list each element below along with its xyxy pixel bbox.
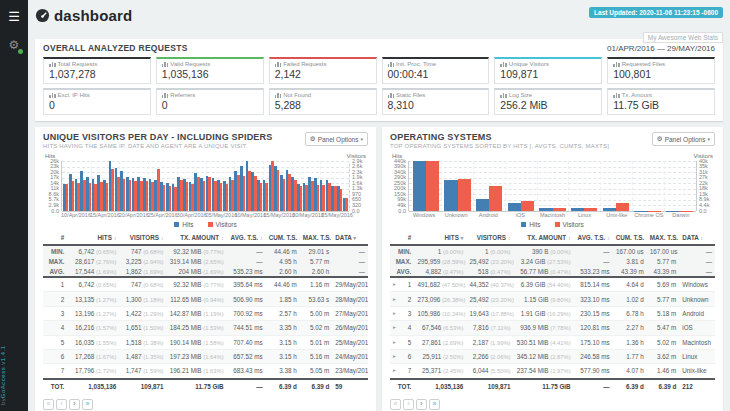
x-tick-label: 10/Apr/2016 (61, 212, 91, 218)
stat-card-value: 8,310 (388, 99, 484, 111)
column-header[interactable]: MAX. T.S. ↕ (300, 232, 333, 245)
panel-options-button[interactable]: ⚙ Panel Options ▾ (305, 132, 368, 146)
table-row[interactable]: ▸2273,096 (26.38%)25,492 (23.20%)1.15 Gi… (390, 292, 715, 306)
last-page-button[interactable]: » (429, 399, 440, 410)
prev-page-button[interactable]: ‹ (56, 399, 67, 410)
bar-group[interactable] (632, 161, 664, 211)
hits-bar (571, 208, 584, 211)
report-name-row: My Awesome Web Stats (35, 26, 723, 38)
legend-item-hits[interactable]: Hits (521, 221, 540, 228)
expand-caret-icon[interactable]: ▸ (393, 339, 396, 345)
column-header[interactable]: AVG. T.S. ↕ (574, 232, 613, 245)
first-page-button[interactable]: « (43, 399, 54, 410)
menu-toggle-button[interactable]: ☰ (0, 0, 28, 24)
bar-chart-icon (49, 62, 56, 67)
bar-group[interactable] (505, 161, 537, 211)
prev-page-button[interactable]: ‹ (403, 399, 414, 410)
legend-item-visitors[interactable]: Visitors (208, 221, 237, 228)
expand-caret-icon[interactable]: ▸ (393, 281, 396, 287)
bar-chart-icon (613, 93, 620, 98)
stat-card-label: Not Found (283, 92, 311, 98)
hits-bar (603, 208, 616, 211)
chart-legend: HitsVisitors (390, 221, 715, 228)
column-header[interactable]: # (43, 232, 67, 245)
panel-subtitle: TOP OPERATING SYSTEMS SORTED BY HITS [, … (390, 143, 645, 149)
stat-card-label: Excl. IP Hits (58, 92, 90, 98)
x-tick-label: Darwin (665, 212, 697, 219)
expand-caret-icon[interactable]: ▸ (393, 310, 396, 316)
column-header[interactable]: HITS ↕ (67, 232, 119, 245)
bar-group[interactable] (473, 161, 505, 211)
stat-card: Tx. Amount11.75 GiB (607, 88, 715, 115)
column-header[interactable]: VISITORS ↕ (119, 232, 166, 245)
visitors-pagination: «‹›» (43, 399, 368, 410)
table-row[interactable]: ▸625,911 (2.50%)2,266 (2.06%)345.12 MiB … (390, 349, 715, 363)
bar-group[interactable] (442, 161, 474, 211)
total-row: TOT.1,035,136109,87111.75 GiB—6.39 d6.39… (43, 379, 368, 394)
bar-chart-icon (162, 62, 169, 67)
table-row[interactable]: ▸467,546 (6.53%)7,816 (7.11%)936.9 MiB (… (390, 321, 715, 335)
bar-group[interactable] (342, 161, 348, 211)
column-header[interactable]: TX. AMOUNT ↕ (167, 232, 227, 245)
expand-caret-icon[interactable]: ▸ (393, 367, 396, 373)
panel-header: UNIQUE VISITORS PER DAY - INCLUDING SPID… (43, 132, 368, 149)
column-header[interactable]: AVG. T.S. ↕ (227, 232, 266, 245)
legend-item-hits[interactable]: Hits (174, 221, 193, 228)
stat-card-value: 1,035,136 (162, 68, 258, 80)
bar-chart-icon (500, 93, 507, 98)
notification-dot-icon (18, 49, 23, 54)
stat-card-label: Referrers (170, 92, 195, 98)
next-page-button[interactable]: › (416, 399, 427, 410)
stat-card-value: 256.2 MiB (500, 99, 596, 111)
chart-legend: HitsVisitors (43, 221, 368, 228)
legend-item-visitors[interactable]: Visitors (555, 221, 584, 228)
column-header[interactable]: # (390, 232, 414, 245)
x-tick-label: Unknown (440, 212, 472, 219)
hits-bar (413, 161, 426, 211)
column-header[interactable]: MAX. T.S. ↕ (647, 232, 680, 245)
x-tick-label: 15/Apr/2016 (90, 212, 120, 218)
overall-header: OVERALL ANALYZED REQUESTS 01/APR/2016 — … (43, 43, 715, 53)
stat-card-label: Static Files (396, 92, 425, 98)
expand-caret-icon[interactable]: ▸ (393, 353, 396, 359)
bar-chart-icon (275, 62, 282, 67)
bar-group[interactable] (568, 161, 600, 211)
hamburger-icon: ☰ (8, 9, 20, 24)
column-header[interactable]: VISITORS ↕ (466, 232, 513, 245)
legend-label: Visitors (216, 221, 237, 228)
expand-caret-icon[interactable]: ▸ (393, 296, 396, 302)
visitors-bar (521, 201, 534, 211)
summary-row: MIN.6,742 (0.65%)747 (0.68%)92.32 MiB (0… (43, 245, 368, 256)
y-tick-left: 0.0 (45, 209, 61, 215)
stat-card-label: Log Size (509, 92, 532, 98)
x-tick-label: Linux (569, 212, 601, 219)
column-header[interactable]: TX. AMOUNT ↕ (514, 232, 574, 245)
stat-card-label: Unique Visitors (509, 61, 549, 67)
column-header[interactable]: HITS ▾ (414, 232, 466, 245)
date-range: 01/APR/2016 — 29/MAY/2016 (607, 44, 715, 53)
bar-group[interactable] (600, 161, 632, 211)
bar-group[interactable] (537, 161, 569, 211)
column-header[interactable]: DATA ▾ (332, 232, 368, 245)
table-row[interactable]: ▸725,371 (2.45%)6,044 (5.50%)237.54 MiB … (390, 364, 715, 379)
bar-group[interactable] (410, 161, 442, 211)
column-header[interactable]: CUM. T.S. ↕ (613, 232, 647, 245)
column-header[interactable]: DATA ↕ (679, 232, 715, 245)
panel-options-button[interactable]: ⚙ Panel Options ▾ (652, 132, 715, 146)
stat-card: Init. Proc. Time00:00:41 (382, 57, 490, 84)
settings-button[interactable]: ⚙ (0, 38, 28, 52)
stat-card-value: 100,801 (613, 68, 709, 80)
x-tick-label: 10/May/2016 (234, 212, 266, 218)
table-row[interactable]: ▸1491,682 (47.50%)44,352 (40.37%)6.39 Gi… (390, 277, 715, 292)
first-page-button[interactable]: « (390, 399, 401, 410)
data-table: #HITS ▾VISITORS ↕TX. AMOUNT ↕AVG. T.S. ↕… (390, 232, 715, 394)
table-row[interactable]: ▸3105,986 (10.24%)19,643 (17.88%)1.91 Gi… (390, 306, 715, 320)
expand-caret-icon[interactable]: ▸ (393, 324, 396, 330)
bar-group[interactable] (663, 161, 695, 211)
column-header[interactable]: CUM. T.S. ↕ (266, 232, 300, 245)
next-page-button[interactable]: › (69, 399, 80, 410)
table-row[interactable]: ▸527,861 (2.69%)2,187 (1.99%)530.51 MiB … (390, 335, 715, 349)
legend-label: Hits (182, 221, 193, 228)
caret-down-icon: ▾ (360, 136, 363, 142)
last-page-button[interactable]: » (82, 399, 93, 410)
